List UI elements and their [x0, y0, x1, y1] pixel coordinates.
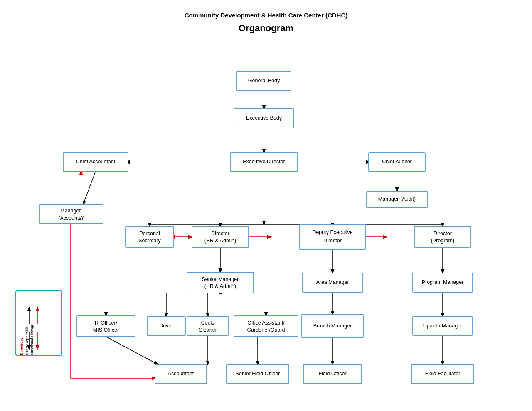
manager-accounts-label: Manager- [60, 208, 83, 214]
deputy-exec-label2: Director [323, 238, 342, 244]
driver-label: Driver [159, 323, 173, 329]
senior-manager-hr-label: Senior Manager [202, 276, 239, 282]
director-hr-label2: (HR & Admin) [204, 238, 236, 244]
senior-manager-hr-box [187, 272, 254, 293]
field-facilitator-label: Field Facilitator [425, 371, 461, 377]
it-officer-label2: MIS Officer [93, 327, 119, 333]
deputy-exec-box [299, 224, 366, 249]
page-title: Community Development & Health Care Cent… [0, 0, 532, 19]
cook-cleaner-label: Cook/ [201, 320, 215, 326]
area-manager-label: Area Manager [316, 279, 349, 285]
it-officer-box [77, 316, 135, 337]
field-officer-label: Field Officer [318, 371, 346, 377]
manager-accounts-label2: (Accounts)) [58, 215, 85, 221]
office-assistant-label2: Gardener/Guard [247, 327, 285, 333]
personal-secretary-box [126, 226, 174, 247]
director-hr-label: Director [211, 231, 229, 236]
it-officer-label: IT Officer/ [95, 320, 118, 326]
cook-cleaner-label2: Cleaner [199, 327, 217, 333]
legend-direct-reportable: Direct Reportable [25, 326, 29, 355]
page-subtitle: Organogram [0, 19, 532, 34]
svg-line-5 [83, 171, 96, 204]
page: Community Development & Health Care Cent… [0, 0, 532, 411]
executive-director-label: Executive Director [243, 159, 285, 165]
accountant-label: Accountant [168, 371, 194, 377]
chief-accountant-label: Chief Accountant [76, 159, 116, 165]
personal-secretary-label: Personal [139, 231, 160, 236]
office-assistant-box [234, 316, 298, 337]
chief-auditor-label: Chief Auditor [382, 159, 412, 165]
office-assistant-label: Office Assistant/ [247, 320, 285, 326]
executive-body-label: Executive Body [246, 115, 282, 121]
program-manager-label: Program Manager [422, 279, 464, 285]
org-chart: General Body Executive Body Executive Di… [0, 33, 532, 407]
legend-functional-linkage: Functional Linkage [30, 324, 34, 355]
director-hr-box [192, 226, 249, 247]
manager-audit-label: Manager-(Audit) [378, 196, 416, 202]
director-program-label2: (Program) [431, 238, 454, 244]
upazila-manager-label: Upazila Manager [423, 323, 463, 329]
svg-line-24 [106, 337, 158, 364]
personal-secretary-label2: Secretary [138, 238, 161, 244]
director-program-box [414, 226, 471, 247]
deputy-exec-label: Deputy Executive [312, 229, 352, 235]
senior-field-officer-label: Senior Field Officer [236, 371, 280, 377]
branch-manager-label: Branch Manager [313, 323, 352, 329]
legend-direction-label: Direction: [20, 338, 24, 355]
director-program-label: Director [433, 231, 452, 236]
general-body-label: General Body [248, 78, 280, 84]
senior-manager-hr-label2: (HR & Admin) [204, 283, 236, 289]
